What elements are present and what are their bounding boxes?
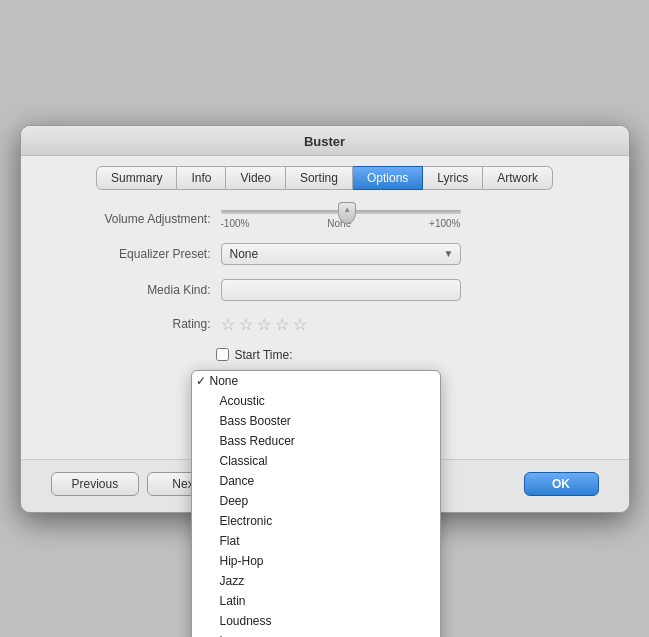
check-mark-icon bbox=[206, 614, 220, 628]
media-kind-dropdown[interactable] bbox=[221, 279, 461, 301]
volume-slider-track[interactable]: ▲ bbox=[221, 210, 461, 214]
check-mark-icon bbox=[206, 494, 220, 508]
dropdown-item[interactable]: Lounge bbox=[192, 631, 440, 638]
start-time-row: Start Time: bbox=[51, 348, 599, 362]
equalizer-dropdown-popup: ✓None Acoustic Bass Booster Bass Reducer… bbox=[191, 370, 441, 638]
volume-row: Volume Adjustment: ▲ -100% None +100% bbox=[51, 210, 599, 229]
dropdown-item[interactable]: Flat bbox=[192, 531, 440, 551]
volume-max-label: +100% bbox=[429, 218, 460, 229]
dropdown-item[interactable]: Loudness bbox=[192, 611, 440, 631]
check-mark-icon bbox=[206, 594, 220, 608]
dropdown-arrow-icon: ▼ bbox=[444, 248, 454, 259]
check-mark-icon bbox=[206, 434, 220, 448]
check-mark-icon bbox=[206, 534, 220, 548]
tab-artwork[interactable]: Artwork bbox=[483, 166, 553, 190]
check-mark-icon bbox=[206, 634, 220, 638]
check-mark-icon: ✓ bbox=[196, 374, 210, 388]
dropdown-item[interactable]: Jazz bbox=[192, 571, 440, 591]
dropdown-item[interactable]: Electronic bbox=[192, 511, 440, 531]
tab-lyrics[interactable]: Lyrics bbox=[423, 166, 483, 190]
dropdown-item[interactable]: ✓None bbox=[192, 371, 440, 391]
check-mark-icon bbox=[206, 454, 220, 468]
rating-row: Rating: ☆ ☆ ☆ ☆ ☆ bbox=[51, 315, 599, 334]
tab-bar: Summary Info Video Sorting Options Lyric… bbox=[21, 156, 629, 190]
equalizer-row: Equalizer Preset: None ▼ bbox=[51, 243, 599, 265]
check-mark-icon bbox=[206, 414, 220, 428]
volume-slider-thumb[interactable]: ▲ bbox=[338, 202, 356, 224]
equalizer-current-value: None bbox=[230, 247, 259, 261]
dropdown-item[interactable]: Dance bbox=[192, 471, 440, 491]
dropdown-item[interactable]: Bass Booster bbox=[192, 411, 440, 431]
check-mark-icon bbox=[206, 574, 220, 588]
rating-label: Rating: bbox=[51, 317, 211, 331]
title-bar: Buster bbox=[21, 126, 629, 156]
volume-label: Volume Adjustment: bbox=[51, 212, 211, 226]
content-area: Volume Adjustment: ▲ -100% None +100% Eq… bbox=[21, 190, 629, 459]
check-mark-icon bbox=[206, 474, 220, 488]
dropdown-item[interactable]: Hip-Hop bbox=[192, 551, 440, 571]
tab-info[interactable]: Info bbox=[177, 166, 226, 190]
check-mark-icon bbox=[206, 554, 220, 568]
equalizer-label: Equalizer Preset: bbox=[51, 247, 211, 261]
tab-summary[interactable]: Summary bbox=[96, 166, 177, 190]
tab-options[interactable]: Options bbox=[353, 166, 423, 190]
rating-stars[interactable]: ☆ ☆ ☆ ☆ ☆ bbox=[221, 315, 307, 334]
tab-video[interactable]: Video bbox=[226, 166, 285, 190]
start-time-label: Start Time: bbox=[235, 348, 293, 362]
dropdown-item[interactable]: Deep bbox=[192, 491, 440, 511]
tab-sorting[interactable]: Sorting bbox=[286, 166, 353, 190]
dropdown-item[interactable]: Bass Reducer bbox=[192, 431, 440, 451]
check-mark-icon bbox=[206, 514, 220, 528]
dropdown-item[interactable]: Acoustic bbox=[192, 391, 440, 411]
volume-min-label: -100% bbox=[221, 218, 250, 229]
check-mark-icon bbox=[206, 394, 220, 408]
media-kind-row: Media Kind: bbox=[51, 279, 599, 301]
previous-button[interactable]: Previous bbox=[51, 472, 140, 496]
volume-container: ▲ -100% None +100% bbox=[221, 210, 461, 229]
media-kind-label: Media Kind: bbox=[51, 283, 211, 297]
dropdown-item[interactable]: Latin bbox=[192, 591, 440, 611]
main-window: Buster Summary Info Video Sorting Option… bbox=[20, 125, 630, 513]
ok-button[interactable]: OK bbox=[524, 472, 599, 496]
start-time-checkbox[interactable] bbox=[216, 348, 229, 361]
dropdown-item[interactable]: Classical bbox=[192, 451, 440, 471]
equalizer-dropdown[interactable]: None ▼ bbox=[221, 243, 461, 265]
window-title: Buster bbox=[304, 134, 345, 149]
